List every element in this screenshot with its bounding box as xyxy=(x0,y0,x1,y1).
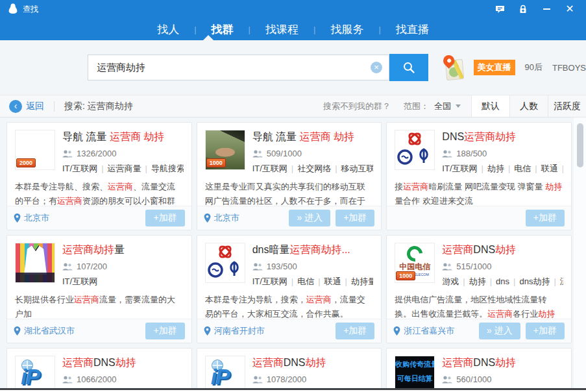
member-count: 188/500 xyxy=(442,149,563,158)
group-tags: IT/互联网|社交网络|移动互联网 ... xyxy=(252,163,374,175)
window-title: 查找 xyxy=(23,4,38,15)
scope-label: 范围： xyxy=(404,101,429,112)
location-pin-icon xyxy=(14,326,21,336)
group-title[interactable]: 运营商DNS劫持 xyxy=(252,356,374,370)
members-icon xyxy=(442,376,452,384)
nav-tab-5[interactable]: 找直播 xyxy=(381,22,444,37)
back-button[interactable]: ‹ 返回 xyxy=(9,100,44,113)
enter-group-button[interactable]: » 进入 xyxy=(479,323,520,339)
group-avatar[interactable] xyxy=(15,243,55,283)
qq-penguin-icon xyxy=(8,3,18,15)
group-card: DNS运营商劫持 188/500 IT/互联网|劫持|电信|联通|dn... 接… xyxy=(386,122,572,230)
nearby-groups-map-pin-icon[interactable] xyxy=(441,55,464,80)
group-avatar[interactable] xyxy=(205,243,245,283)
active-tab-pointer xyxy=(203,35,214,40)
member-count: 515/1000 xyxy=(442,262,563,271)
group-avatar[interactable] xyxy=(395,130,435,170)
group-description: 本群是专注为导航，搜索，运营商，流量交易的平台，大家相互交流，合作共赢。 xyxy=(197,288,382,319)
group-location: 湖北省武汉市 xyxy=(14,325,75,337)
group-description: 提供电信广告流量，地区性地域性流量转换。出售收流量拦截等。运营商各行业劫持量，网… xyxy=(387,288,571,319)
group-title[interactable]: 导航 流量 运营商 劫持 xyxy=(252,130,374,144)
search-button[interactable] xyxy=(389,54,428,81)
results-area: 2000 导航 流量 运营商 劫持 1326/2000 IT/互联网|运营商量|… xyxy=(0,117,586,392)
titlebar[interactable]: 查找 ✕ xyxy=(0,0,586,18)
group-avatar[interactable]: 2000 xyxy=(15,130,55,170)
hot-keyword[interactable]: 美女直播 xyxy=(474,60,515,75)
group-location: 北京市 xyxy=(204,212,239,224)
members-icon xyxy=(62,376,73,384)
join-group-button[interactable]: +加群 xyxy=(526,323,565,339)
group-title[interactable]: 运营商DNS劫持 xyxy=(442,356,563,370)
group-avatar[interactable]: 1000 xyxy=(205,130,245,170)
close-button[interactable]: ✕ xyxy=(563,3,577,16)
group-card: 收购传奇流量可每日结算 运营商DNS劫持 560/1000 IT/互联网 xyxy=(386,348,572,392)
group-card: iP 运营商DNS劫持 1066/2000 IT/互联网 xyxy=(6,348,192,392)
card-footer: 北京市 +加群 xyxy=(7,206,191,230)
group-description: 长期提供各行业运营商流量，需要流量的大户加 xyxy=(7,288,191,319)
feedback-icon[interactable] xyxy=(493,3,507,16)
member-count: 193/500 xyxy=(252,262,374,271)
hot-keyword[interactable]: TFBOYS xyxy=(552,63,586,73)
group-title[interactable]: 运营商DNS劫持 xyxy=(62,356,184,370)
join-group-button[interactable]: +加群 xyxy=(336,210,374,227)
join-group-button[interactable]: +加群 xyxy=(336,323,374,339)
card-footer: +加群 xyxy=(387,206,571,230)
clear-search-icon[interactable]: × xyxy=(371,62,382,73)
security-lock-plus-icon[interactable] xyxy=(516,3,530,16)
member-count: 560/1000 xyxy=(442,374,563,384)
location-pin-icon xyxy=(14,214,21,223)
group-title[interactable]: dns暗量运营商劫持... xyxy=(252,243,374,257)
group-avatar[interactable]: 收购传奇流量可每日结算 xyxy=(395,356,435,392)
sort-tab[interactable]: 活跃度 xyxy=(548,95,586,117)
scope-dropdown[interactable]: 全国 xyxy=(429,101,461,112)
member-count: 1066/2000 xyxy=(62,374,184,384)
group-title[interactable]: 运营商DNS劫持 xyxy=(442,243,563,257)
group-avatar[interactable]: iP xyxy=(205,356,245,392)
group-title[interactable]: 导航 流量 运营商 劫持 xyxy=(62,130,184,144)
minimize-button[interactable] xyxy=(539,3,554,16)
group-tags: 游戏|劫持|dns|dns劫持|流量 ... xyxy=(442,276,563,288)
search-section: × 美女直播90后TFBOYS xyxy=(0,40,586,95)
toolbar-divider xyxy=(54,101,55,112)
search-box: × xyxy=(88,55,389,80)
members-icon xyxy=(252,263,263,271)
group-title[interactable]: DNS运营商劫持 xyxy=(442,130,563,144)
search-icon xyxy=(402,61,415,74)
group-avatar[interactable]: 中国电信CHINA TELECOM1000 xyxy=(395,243,435,283)
join-group-button[interactable]: +加群 xyxy=(145,323,184,339)
enter-group-button[interactable]: » 进入 xyxy=(289,210,330,227)
back-label: 返回 xyxy=(26,101,44,112)
back-arrow-icon: ‹ xyxy=(9,100,22,113)
window-header: 查找 ✕ 找人|找群|找课程|找服务|找直播 xyxy=(0,0,586,40)
group-location: 浙江省嘉兴市 xyxy=(393,325,454,337)
group-title[interactable]: 运营商劫持量 xyxy=(62,243,184,257)
top-nav: 找人|找群|找课程|找服务|找直播 xyxy=(0,18,586,40)
member-count: 1078/2000 xyxy=(252,374,374,384)
sort-tab[interactable]: 默认 xyxy=(471,95,509,117)
group-description: 接运营商暗刷流量 网吧流量变现 弹窗量 劫持量合作 欢迎进来交流 xyxy=(387,175,571,206)
group-description: 这里是专业而又真实的共享我们的移动互联网广告流量的社区，人数不在于多，而在于真实… xyxy=(197,175,382,206)
join-group-button[interactable]: +加群 xyxy=(526,210,565,227)
card-footer: 浙江省嘉兴市 » 进入+加群 xyxy=(387,319,571,343)
scrollbar-track[interactable] xyxy=(574,117,586,392)
card-footer: 湖北省武汉市 +加群 xyxy=(7,319,191,343)
group-tags: IT/互联网 xyxy=(62,276,184,288)
scrollbar-thumb[interactable] xyxy=(577,123,583,167)
sort-tab[interactable]: 人数 xyxy=(509,95,548,117)
location-pin-icon xyxy=(204,214,211,223)
group-avatar[interactable]: iP xyxy=(15,356,55,392)
group-card: 2000 导航 流量 运营商 劫持 1326/2000 IT/互联网|运营商量|… xyxy=(6,122,192,230)
join-group-button[interactable]: +加群 xyxy=(145,210,184,227)
card-footer: 北京市 » 进入+加群 xyxy=(197,206,382,230)
location-pin-icon xyxy=(204,326,211,336)
nav-tab-3[interactable]: 找课程 xyxy=(250,22,313,37)
nav-tab-4[interactable]: 找服务 xyxy=(315,22,378,37)
search-input[interactable] xyxy=(88,62,371,73)
members-icon xyxy=(442,263,452,271)
nav-tab-1[interactable]: 找人 xyxy=(142,22,194,37)
group-tags: IT/互联网|电信|联通|劫持量|... xyxy=(252,276,374,288)
chevron-down-icon xyxy=(456,104,461,108)
hot-keyword[interactable]: 90后 xyxy=(525,62,543,73)
group-description: 本群是专注导航、搜索、运营商、流量交流的平台；有运营商资源的朋友可以小窗和群主或… xyxy=(7,175,191,206)
cant-find-group-link[interactable]: 搜索不到我的群？ xyxy=(323,101,391,112)
